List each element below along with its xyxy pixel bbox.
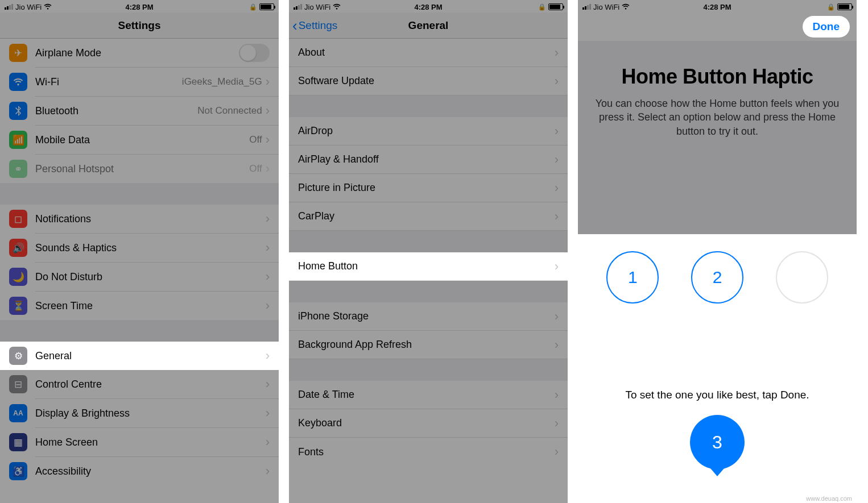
cell-keyboard[interactable]: Keyboard › <box>289 409 568 438</box>
chevron-right-icon: › <box>266 132 270 147</box>
cell-carplay[interactable]: CarPlay › <box>289 202 568 231</box>
chevron-right-icon: › <box>266 464 270 479</box>
airplane-icon: ✈ <box>9 44 27 62</box>
wifi-icon <box>9 73 27 91</box>
cell-home-button[interactable]: Home Button › <box>289 252 568 281</box>
page-title: General <box>408 19 449 32</box>
cell-fonts[interactable]: Fonts › <box>289 438 568 466</box>
sounds-icon: 🔊 <box>9 239 27 257</box>
cell-airplane-mode[interactable]: ✈ Airplane Mode <box>0 39 279 67</box>
page-title: Home Button Haptic <box>594 65 841 89</box>
battery-icon <box>548 3 563 10</box>
haptic-selected-indicator[interactable]: 3 <box>690 415 745 469</box>
haptic-option-2[interactable]: 2 <box>691 251 743 304</box>
chevron-right-icon: › <box>555 181 559 196</box>
chevron-right-icon: › <box>555 209 559 224</box>
cell-airdrop[interactable]: AirDrop › <box>289 117 568 146</box>
cell-mobile-data[interactable]: 📶 Mobile Data Off › <box>0 126 279 154</box>
cell-display-brightness[interactable]: AA Display & Brightness › <box>0 399 279 427</box>
cell-personal-hotspot[interactable]: ⚭ Personal Hotspot Off › <box>0 155 279 183</box>
cell-about[interactable]: About › <box>289 39 568 67</box>
clock: 4:28 PM <box>578 3 857 11</box>
screentime-icon: ⏳ <box>9 297 27 315</box>
chevron-right-icon: › <box>266 161 270 176</box>
clock: 4:28 PM <box>289 3 568 11</box>
cell-background-app-refresh[interactable]: Background App Refresh › <box>289 331 568 359</box>
cell-date-time[interactable]: Date & Time › <box>289 381 568 409</box>
chevron-right-icon: › <box>555 74 559 89</box>
cell-iphone-storage[interactable]: iPhone Storage › <box>289 302 568 331</box>
battery-icon <box>837 3 852 10</box>
bluetooth-icon <box>9 102 27 120</box>
cell-general[interactable]: ⚙ General › <box>0 342 279 370</box>
chevron-right-icon: › <box>555 45 559 60</box>
cell-wifi[interactable]: Wi-Fi iGeeks_Media_5G › <box>0 68 279 96</box>
hotspot-icon: ⚭ <box>9 160 27 178</box>
cell-do-not-disturb[interactable]: 🌙 Do Not Disturb › <box>0 263 279 291</box>
haptic-hint: To set the one you like best, tap Done. <box>578 389 857 401</box>
page-description: You can choose how the Home button feels… <box>594 97 841 138</box>
status-bar: Jio WiFi 4:28 PM 🔒 <box>578 0 857 13</box>
cell-accessibility[interactable]: ♿ Accessibility › <box>0 457 279 485</box>
haptic-option-3-placeholder[interactable] <box>776 251 828 304</box>
chevron-right-icon: › <box>266 74 270 89</box>
chevron-right-icon: › <box>266 348 270 363</box>
cell-home-screen[interactable]: ▦ Home Screen › <box>0 428 279 456</box>
status-bar: Jio WiFi 4:28 PM 🔒 <box>0 0 279 13</box>
status-bar: Jio WiFi 4:28 PM 🔒 <box>289 0 568 13</box>
airplane-toggle[interactable] <box>239 44 270 62</box>
chevron-right-icon: › <box>555 416 559 431</box>
chevron-right-icon: › <box>266 269 270 284</box>
chevron-right-icon: › <box>266 103 270 118</box>
haptic-option-row: 1 2 <box>578 234 857 304</box>
cell-screen-time[interactable]: ⏳ Screen Time › <box>0 292 279 320</box>
chevron-right-icon: › <box>266 298 270 313</box>
accessibility-icon: ♿ <box>9 462 27 480</box>
back-button[interactable]: ‹ Settings <box>292 18 337 33</box>
nav-bar: Settings <box>0 13 279 39</box>
chevron-right-icon: › <box>555 388 559 402</box>
cell-notifications[interactable]: ◻ Notifications › <box>0 205 279 233</box>
dnd-icon: 🌙 <box>9 268 27 286</box>
done-button[interactable]: Done <box>803 16 850 38</box>
cell-control-centre[interactable]: ⊟ Control Centre › <box>0 370 279 398</box>
chevron-right-icon: › <box>266 406 270 421</box>
control-centre-icon: ⊟ <box>9 375 27 393</box>
chevron-right-icon: › <box>266 211 270 226</box>
chevron-left-icon: ‹ <box>292 18 297 33</box>
chevron-right-icon: › <box>266 377 270 392</box>
cell-picture-in-picture[interactable]: Picture in Picture › <box>289 174 568 202</box>
clock: 4:28 PM <box>0 3 279 11</box>
chevron-right-icon: › <box>555 338 559 352</box>
chevron-right-icon: › <box>266 240 270 255</box>
nav-bar: ‹ Settings General <box>289 13 568 39</box>
cell-software-update[interactable]: Software Update › <box>289 67 568 95</box>
chevron-right-icon: › <box>555 309 559 324</box>
gear-icon: ⚙ <box>9 347 27 365</box>
mobile-data-icon: 📶 <box>9 131 27 149</box>
chevron-right-icon: › <box>266 435 270 450</box>
watermark: www.deuaq.com <box>806 495 852 502</box>
home-screen-icon: ▦ <box>9 433 27 451</box>
chevron-right-icon: › <box>555 124 559 139</box>
nav-bar: Done <box>578 13 857 41</box>
haptic-option-1[interactable]: 1 <box>606 251 659 304</box>
chevron-right-icon: › <box>555 444 559 459</box>
cell-bluetooth[interactable]: Bluetooth Not Connected › <box>0 97 279 125</box>
cell-sounds-haptics[interactable]: 🔊 Sounds & Haptics › <box>0 234 279 262</box>
chevron-right-icon: › <box>555 152 559 167</box>
battery-icon <box>259 3 274 10</box>
notifications-icon: ◻ <box>9 210 27 228</box>
cell-airplay-handoff[interactable]: AirPlay & Handoff › <box>289 146 568 174</box>
chevron-right-icon: › <box>555 259 559 274</box>
page-title: Settings <box>118 19 161 32</box>
display-icon: AA <box>9 404 27 422</box>
